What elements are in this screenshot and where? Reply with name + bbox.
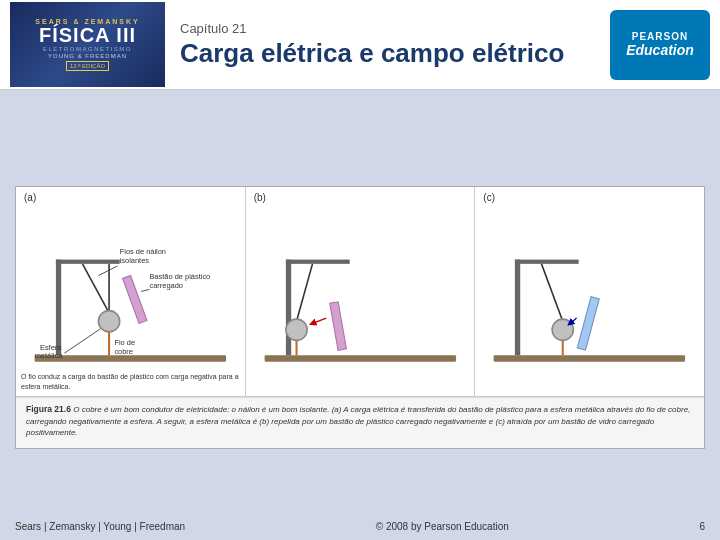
panel-b-label: (b) xyxy=(254,192,266,203)
svg-rect-19 xyxy=(264,355,455,361)
pearson-logo: PEARSON Education xyxy=(610,10,710,80)
svg-text:metálica: metálica xyxy=(35,351,64,360)
svg-rect-21 xyxy=(286,259,350,263)
svg-line-30 xyxy=(542,264,563,321)
figure-panel-b: (b) xyxy=(246,187,476,396)
svg-line-26 xyxy=(312,318,326,323)
pearson-label-bottom: Education xyxy=(626,42,694,58)
footer: Sears | Zemansky | Young | Freedman © 20… xyxy=(0,512,720,540)
panel-a-label: (a) xyxy=(24,192,36,203)
svg-line-34 xyxy=(571,318,577,323)
svg-line-3 xyxy=(82,264,109,313)
svg-line-16 xyxy=(64,328,100,352)
svg-text:cobre: cobre xyxy=(114,347,133,356)
main-content: (a) xyxy=(0,90,720,540)
page-title: Carga elétrica e campo elétrico xyxy=(180,38,610,69)
panel-a-caption: O fio conduz a carga do bastão de plásti… xyxy=(21,372,240,390)
figure-panel-a: (a) xyxy=(16,187,246,396)
svg-point-23 xyxy=(286,319,307,340)
svg-point-31 xyxy=(552,319,573,340)
svg-rect-1 xyxy=(56,259,61,355)
svg-rect-20 xyxy=(286,259,291,355)
svg-rect-25 xyxy=(329,301,346,350)
figure-caption-area: Figura 21.6 O cobre é um bom condutor de… xyxy=(16,397,704,449)
footer-center: © 2008 by Pearson Education xyxy=(376,521,509,532)
figure-label: Figura 21.6 xyxy=(26,404,71,414)
book-logo-title: FÍSICA III xyxy=(39,25,136,45)
svg-text:isolantes: isolantes xyxy=(120,255,150,264)
header: SEARS & ZEMANSKY FÍSICA III ELETROMAGNET… xyxy=(0,0,720,90)
svg-text:Bastão de plástico: Bastão de plástico xyxy=(149,271,210,280)
book-logo: SEARS & ZEMANSKY FÍSICA III ELETROMAGNET… xyxy=(10,2,165,87)
panel-c-diagram xyxy=(483,195,696,388)
figure-caption: Figura 21.6 O cobre é um bom condutor de… xyxy=(26,404,694,440)
svg-text:Fio de: Fio de xyxy=(114,337,135,346)
svg-line-22 xyxy=(296,264,312,321)
panel-c-label: (c) xyxy=(483,192,495,203)
svg-line-13 xyxy=(141,289,150,291)
svg-rect-28 xyxy=(515,259,520,355)
svg-rect-7 xyxy=(123,275,147,323)
svg-text:carregado: carregado xyxy=(149,281,183,290)
figure-caption-italic: O cobre é um bom condutor de eletricidad… xyxy=(26,405,690,438)
svg-rect-27 xyxy=(494,355,685,361)
figure-image-area: (a) xyxy=(16,187,704,397)
panel-a-diagram: Fios de náilon isolantes Bastão de plást… xyxy=(24,195,237,388)
book-logo-edition: 12.ª EDIÇÃO xyxy=(66,61,109,71)
svg-line-10 xyxy=(98,266,117,276)
svg-rect-0 xyxy=(35,355,226,361)
book-logo-authors: YOUNG & FREEDMAN xyxy=(48,53,127,59)
pearson-label-top: PEARSON xyxy=(632,31,688,42)
svg-rect-33 xyxy=(578,296,600,350)
svg-point-5 xyxy=(98,310,119,331)
panel-b-diagram xyxy=(254,195,467,388)
figure-panel-c: (c) xyxy=(475,187,704,396)
footer-page: 6 xyxy=(699,521,705,532)
header-title-block: Capítulo 21 Carga elétrica e campo elétr… xyxy=(165,21,610,69)
book-logo-subtitle: ELETROMAGNETISMO xyxy=(43,46,132,52)
footer-left: Sears | Zemansky | Young | Freedman xyxy=(15,521,185,532)
capitulo-label: Capítulo 21 xyxy=(180,21,610,36)
svg-rect-29 xyxy=(515,259,579,263)
svg-rect-2 xyxy=(56,259,120,263)
figure-box: (a) xyxy=(15,186,705,450)
